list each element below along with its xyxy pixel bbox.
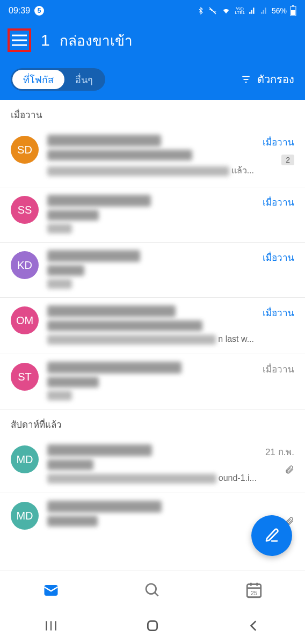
volte-icon: Vo))LTE1 [235,6,245,15]
tabs-row: ที่โฟกัส อื่นๆ ตัวกรอง [0,59,305,100]
subject-line [47,516,98,526]
subject-line [47,377,99,387]
compose-fab[interactable] [251,515,292,556]
system-nav [0,610,305,644]
email-body [47,501,276,530]
email-body: ound-1.i... [47,444,257,484]
email-list[interactable]: เมื่อวาน SD แล้ว... เมื่อวาน 2 SS เมื่อว… [0,100,305,538]
email-time: เมื่อวาน [263,250,294,265]
svg-line-0 [209,8,216,14]
email-time: เมื่อวาน [263,135,294,149]
email-time: 21 ก.พ. [265,444,294,459]
sender-line [47,501,162,513]
battery-icon [290,5,296,16]
filter-label: ตัวกรอง [257,71,294,88]
svg-point-11 [146,584,156,594]
tab-other[interactable]: อื่นๆ [64,70,104,89]
segmented-control: ที่โฟกัส อื่นๆ [11,68,105,91]
page-title: กล่องขาเข้า [60,30,133,52]
mail-icon [41,582,61,598]
wifi-icon [221,6,231,15]
email-count: 2 [281,155,294,165]
recent-icon [44,619,58,633]
sender-line [47,250,140,262]
preview-line [47,335,216,345]
nav-mail[interactable] [0,570,101,610]
email-body [47,250,254,289]
sender-line [47,362,181,374]
svg-line-12 [155,592,158,596]
compose-icon [264,528,280,544]
status-notif-badge: 5 [34,6,44,16]
email-time: เมื่อวาน [263,305,294,320]
preview-line [47,391,72,400]
tab-focused[interactable]: ที่โฟกัส [12,70,64,89]
attachment-icon [285,464,294,475]
email-row[interactable]: OM n last w... เมื่อวาน [0,298,305,354]
avatar[interactable]: KD [11,251,39,279]
subject-line [47,265,84,276]
preview-line [47,474,216,484]
avatar[interactable]: MD [11,445,39,473]
avatar[interactable]: MD [11,502,39,530]
bottom-nav: 25 [0,570,305,610]
email-body: แล้ว... [47,135,254,178]
preview-line [47,224,72,233]
signal-icon [248,7,257,14]
header-highlight-number: 1 [41,31,50,49]
nav-search[interactable] [101,570,203,610]
section-last-week: สัปดาห์ที่แล้ว [0,409,305,437]
back-icon [247,619,261,633]
email-body [47,195,254,233]
avatar[interactable]: ST [11,363,39,391]
email-row[interactable]: ST เมื่อวาน [0,354,305,409]
subject-line [47,320,202,331]
email-row[interactable]: SS เมื่อวาน [0,187,305,243]
status-time: 09:39 [9,6,30,16]
email-time: เมื่อวาน [263,362,294,376]
filter-button[interactable]: ตัวกรอง [240,71,294,88]
search-icon [144,582,161,599]
email-row[interactable]: KD เมื่อวาน [0,243,305,298]
email-row[interactable]: SD แล้ว... เมื่อวาน 2 [0,127,305,187]
preview-suffix: n last w... [218,334,254,344]
home-icon [146,619,159,633]
filter-icon [240,75,252,84]
preview-suffix: แล้ว... [231,164,254,177]
svg-rect-2 [292,5,294,6]
avatar[interactable]: SS [11,196,39,224]
sender-line [47,195,151,207]
app-bar: 1 กล่องขาเข้า [0,21,305,59]
avatar[interactable]: OM [11,306,39,334]
section-yesterday: เมื่อวาน [0,100,305,127]
email-row[interactable]: MD ound-1.i... 21 ก.พ. [0,437,305,493]
preview-suffix: ound-1.i... [219,473,257,483]
preview-line [47,166,229,176]
sys-recent-button[interactable] [44,619,58,635]
email-body [47,362,254,400]
vibrate-icon [208,6,217,16]
battery-percent: 56% [272,6,287,15]
preview-line [47,279,72,289]
sender-line [47,444,152,456]
subject-line [47,150,192,160]
sys-back-button[interactable] [247,619,261,635]
signal-icon-2 [260,7,268,14]
svg-rect-21 [148,621,157,630]
sender-line [47,305,176,317]
status-bar: 09:39 5 Vo))LTE1 56% [0,0,305,21]
subject-line [47,459,93,470]
sender-line [47,135,161,147]
subject-line [47,210,99,221]
sys-home-button[interactable] [146,619,159,635]
svg-rect-3 [291,10,295,15]
calendar-icon: 25 [245,581,263,599]
email-body: n last w... [47,305,254,345]
hamburger-icon [12,34,27,46]
nav-calendar[interactable]: 25 [204,570,305,610]
menu-button[interactable] [8,28,31,52]
email-time: เมื่อวาน [263,195,294,209]
svg-text:25: 25 [251,589,258,596]
avatar[interactable]: SD [11,136,39,164]
bluetooth-icon [197,6,205,16]
